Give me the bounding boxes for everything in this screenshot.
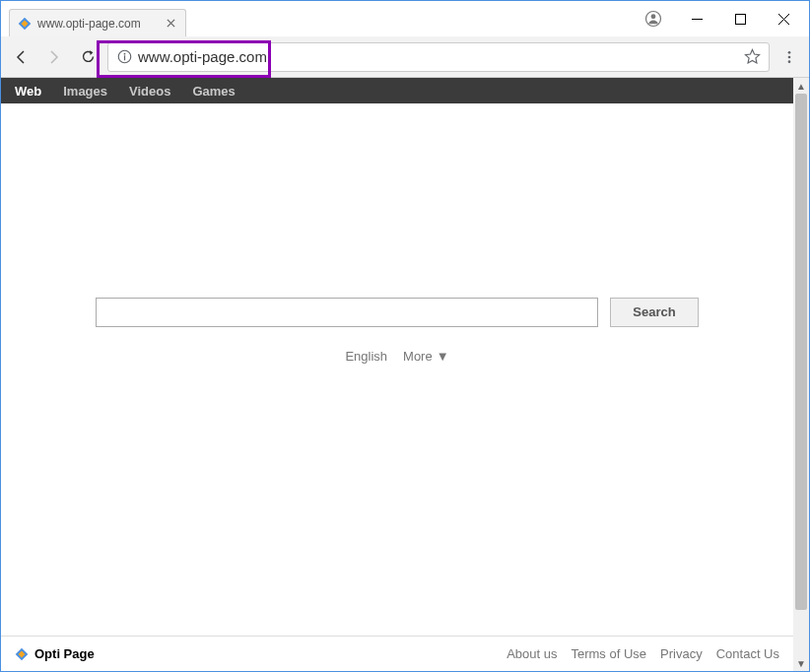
svg-rect-4 <box>735 14 745 24</box>
brand-name: Opti Page <box>34 646 95 661</box>
footer-link-contact-us[interactable]: Contact Us <box>716 646 779 661</box>
search-area: Search English More ▼ <box>1 25 793 636</box>
language-row: English More ▼ <box>345 349 448 364</box>
footer-link-privacy[interactable]: Privacy <box>660 646 703 661</box>
footer-brand[interactable]: Opti Page <box>15 646 95 661</box>
page-content: WebImagesVideosGames Search English More… <box>1 78 793 671</box>
footer-link-terms-of-use[interactable]: Terms of Use <box>571 646 646 661</box>
brand-logo-icon <box>15 647 29 661</box>
footer-link-about-us[interactable]: About us <box>506 646 557 661</box>
scroll-thumb[interactable] <box>795 94 807 610</box>
more-dropdown[interactable]: More ▼ <box>403 349 449 364</box>
chevron-down-icon: ▼ <box>437 349 449 364</box>
search-input[interactable] <box>96 298 598 327</box>
svg-point-3 <box>651 14 656 19</box>
search-button[interactable]: Search <box>610 298 699 327</box>
scroll-track[interactable] <box>793 94 809 655</box>
scroll-up-arrow-icon[interactable]: ▲ <box>793 78 809 94</box>
scroll-down-arrow-icon[interactable]: ▼ <box>793 655 809 671</box>
vertical-scrollbar[interactable]: ▲ ▼ <box>793 78 809 671</box>
footer-links: About usTerms of UsePrivacyContact Us <box>506 646 779 661</box>
page-footer: Opti Page About usTerms of UsePrivacyCon… <box>1 636 793 671</box>
more-label: More <box>403 349 433 364</box>
viewport: WebImagesVideosGames Search English More… <box>1 78 809 671</box>
search-row: Search <box>96 298 699 327</box>
language-selector[interactable]: English <box>345 349 387 364</box>
